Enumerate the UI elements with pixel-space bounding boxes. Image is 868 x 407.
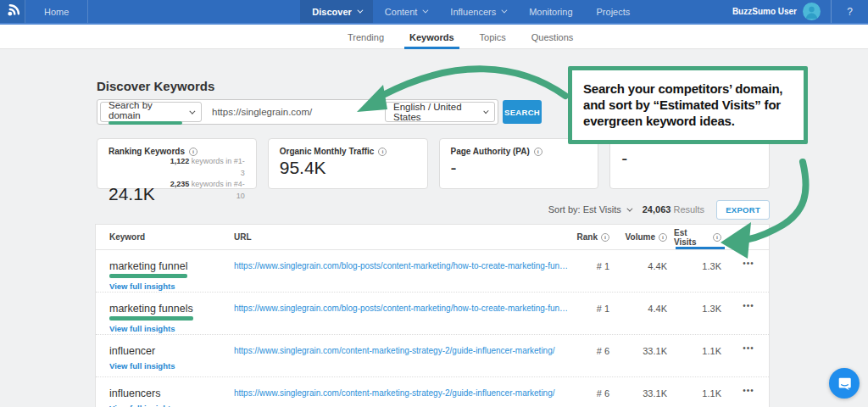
- est-visits-value: 1.1K: [674, 377, 728, 399]
- volume-value: 4.4K: [616, 293, 674, 314]
- search-mode-select[interactable]: Search by domain: [100, 102, 202, 122]
- table-row: marketing funnel View full insights http…: [96, 250, 769, 293]
- volume-value: 33.1K: [616, 377, 674, 399]
- col-url: URL: [234, 232, 572, 242]
- chat-icon: [837, 376, 852, 391]
- results-count: 24,063 Results: [643, 204, 704, 215]
- est-visits-value: 1.3K: [674, 250, 728, 271]
- tab-trending[interactable]: Trending: [346, 25, 386, 49]
- col-est-visits[interactable]: Est Visits: [674, 225, 728, 249]
- view-full-insights-link[interactable]: View full insights: [109, 282, 234, 291]
- nav-item-monitoring[interactable]: Monitoring: [517, 0, 584, 23]
- tab-questions[interactable]: Questions: [530, 25, 576, 49]
- keyword-text: marketing funnels: [109, 303, 193, 321]
- stat-title: Ranking Keywords: [108, 147, 185, 156]
- stat-title: Page Authority (PA): [451, 147, 530, 156]
- col-rank[interactable]: Rank: [572, 225, 616, 249]
- search-button[interactable]: SEARCH: [503, 100, 542, 124]
- nav-spacer: [88, 0, 300, 23]
- sort-by-dropdown[interactable]: Sort by: Est Visits: [548, 204, 631, 215]
- language-select[interactable]: English / United States: [385, 102, 495, 122]
- info-icon[interactable]: [378, 148, 387, 156]
- info-icon[interactable]: [601, 233, 609, 242]
- sort-by-label: Sort by: Est Visits: [548, 204, 621, 215]
- table-row: influencer View full insights https://ww…: [96, 335, 769, 377]
- stat-value: -: [451, 158, 587, 178]
- result-url-link[interactable]: https://www.singlegrain.com/blog-posts/c…: [234, 293, 572, 313]
- est-visits-value: 1.3K: [674, 293, 728, 314]
- stat-extra: 1,122 keywords in #1-3 2,235 keywords in…: [167, 156, 245, 204]
- stat-card-hidden: -: [609, 138, 770, 189]
- navbar-right: BuzzSumo User ?: [722, 0, 868, 23]
- rank-value: # 1: [572, 293, 616, 314]
- chevron-down-icon: [423, 8, 429, 14]
- view-full-insights-link[interactable]: View full insights: [109, 404, 234, 407]
- keyword-text: influencers: [109, 387, 160, 399]
- export-button[interactable]: EXPORT: [716, 200, 770, 220]
- info-icon[interactable]: [534, 148, 542, 156]
- chat-launcher-button[interactable]: [829, 368, 860, 399]
- est-visits-value: 1.1K: [674, 335, 728, 356]
- view-full-insights-link[interactable]: View full insights: [109, 324, 234, 333]
- nav-item-discover[interactable]: Discover: [300, 0, 372, 23]
- table-header: Keyword URL Rank Volume Est Visits: [96, 225, 769, 250]
- col-keyword: Keyword: [96, 232, 234, 242]
- tab-keywords[interactable]: Keywords: [408, 25, 456, 49]
- buzzsumo-logo-icon: [3, 2, 22, 22]
- chevron-down-icon: [190, 108, 196, 114]
- avatar[interactable]: [803, 3, 821, 20]
- volume-value: 4.4K: [616, 250, 674, 271]
- nav-discover-label: Discover: [312, 7, 351, 17]
- stat-card-page-authority: Page Authority (PA) -: [439, 138, 599, 189]
- buzzsumo-logo[interactable]: [0, 0, 25, 23]
- keyword-text: marketing funnel: [109, 260, 187, 278]
- sort-bar: Sort by: Est Visits 24,063 Results EXPOR…: [97, 200, 770, 219]
- row-menu-icon[interactable]: •••: [728, 293, 769, 310]
- table-row: marketing funnels View full insights htt…: [96, 293, 769, 335]
- top-navbar: Home Discover Content Influencers Monito…: [0, 0, 868, 25]
- result-url-link[interactable]: https://www.singlegrain.com/content-mark…: [234, 377, 572, 398]
- result-url-link[interactable]: https://www.singlegrain.com/content-mark…: [234, 335, 572, 355]
- stat-value: 95.4K: [280, 158, 416, 178]
- language-value: English / United States: [393, 102, 476, 122]
- help-button[interactable]: ?: [831, 0, 868, 23]
- row-menu-icon[interactable]: •••: [728, 250, 769, 268]
- nav-content-label: Content: [385, 7, 418, 17]
- row-menu-icon[interactable]: •••: [728, 377, 769, 395]
- nav-item-home[interactable]: Home: [25, 0, 88, 23]
- keyword-text: influencer: [109, 345, 155, 357]
- view-full-insights-link[interactable]: View full insights: [109, 361, 234, 371]
- buzzsumo-app: Home Discover Content Influencers Monito…: [0, 0, 868, 407]
- info-icon[interactable]: [659, 233, 667, 242]
- discover-tabbar: Trending Keywords Topics Questions: [0, 25, 868, 49]
- table-row: influencers View full insights https://w…: [96, 377, 769, 407]
- person-icon: [803, 3, 821, 20]
- search-mode-value: Search by domain: [108, 100, 182, 125]
- stat-card-organic-traffic: Organic Monthly Traffic 95.4K: [268, 138, 428, 189]
- rank-value: # 6: [572, 377, 616, 399]
- tab-topics[interactable]: Topics: [478, 25, 508, 49]
- info-icon[interactable]: [189, 148, 198, 156]
- search-bar: Search by domain English / United States: [97, 99, 498, 125]
- chevron-down-icon: [483, 108, 489, 114]
- annotation-callout: Search your competitors’ domain, and sor…: [568, 66, 808, 144]
- col-volume[interactable]: Volume: [616, 225, 674, 249]
- nav-item-influencers[interactable]: Influencers: [438, 0, 517, 23]
- page-title: Discover Keywords: [97, 79, 214, 93]
- chevron-down-icon: [357, 8, 363, 14]
- row-menu-icon[interactable]: •••: [728, 335, 769, 353]
- stats-row: Ranking Keywords 24.1K 1,122 keywords in…: [97, 138, 770, 189]
- arrow-to-search-input: [383, 69, 565, 96]
- result-url-link[interactable]: https://www.singlegrain.com/blog-posts/c…: [234, 250, 572, 270]
- stat-title: Organic Monthly Traffic: [280, 147, 375, 156]
- user-name: BuzzSumo User: [732, 7, 797, 16]
- user-menu[interactable]: BuzzSumo User: [722, 0, 831, 23]
- stat-card-ranking-keywords: Ranking Keywords 24.1K 1,122 keywords in…: [97, 138, 257, 189]
- nav-item-content[interactable]: Content: [373, 0, 439, 23]
- info-icon[interactable]: [713, 233, 721, 242]
- nav-item-projects[interactable]: Projects: [585, 0, 643, 23]
- search-input[interactable]: [202, 107, 385, 117]
- nav-influencers-label: Influencers: [450, 7, 496, 17]
- chevron-down-icon: [626, 205, 632, 211]
- rank-value: # 6: [572, 335, 616, 356]
